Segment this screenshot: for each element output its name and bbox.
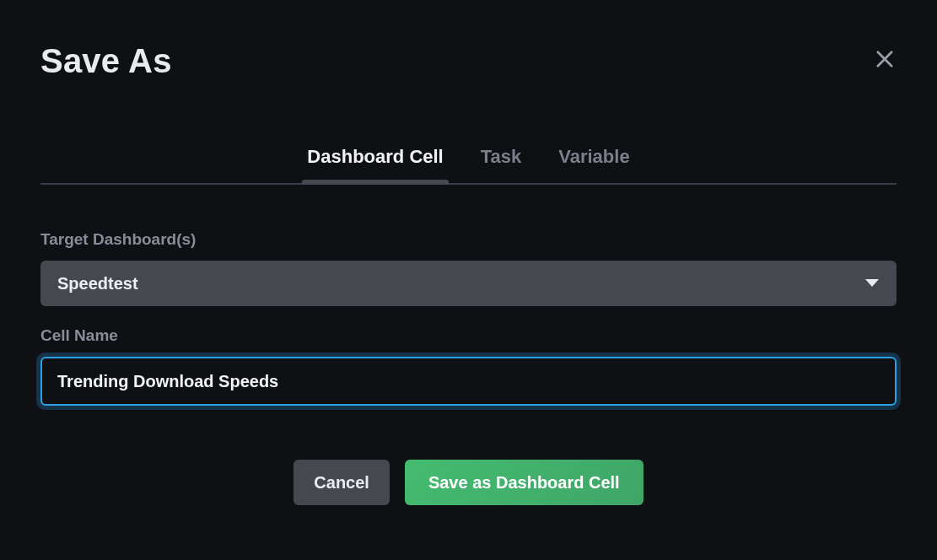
- cell-name-label: Cell Name: [40, 326, 897, 345]
- cell-name-group: Cell Name: [40, 326, 897, 406]
- cell-name-input[interactable]: [40, 357, 897, 406]
- modal-header: Save As: [40, 42, 897, 80]
- target-dashboard-select[interactable]: Speedtest: [40, 261, 897, 306]
- close-icon: [873, 47, 897, 71]
- target-dashboard-group: Target Dashboard(s) Speedtest: [40, 230, 897, 306]
- tabs: Dashboard Cell Task Variable: [40, 146, 897, 183]
- tab-dashboard-cell[interactable]: Dashboard Cell: [307, 146, 443, 183]
- close-button[interactable]: [873, 47, 897, 71]
- target-dashboard-label: Target Dashboard(s): [40, 230, 897, 249]
- save-as-modal: Save As Dashboard Cell Task Variable Tar…: [0, 0, 937, 539]
- tabs-container: Dashboard Cell Task Variable: [40, 146, 897, 185]
- tab-variable[interactable]: Variable: [558, 146, 629, 183]
- save-button[interactable]: Save as Dashboard Cell: [405, 460, 644, 505]
- modal-title: Save As: [40, 42, 172, 80]
- modal-actions: Cancel Save as Dashboard Cell: [40, 460, 897, 505]
- chevron-down-icon: [864, 278, 880, 288]
- target-dashboard-value: Speedtest: [57, 274, 138, 293]
- cancel-button[interactable]: Cancel: [293, 460, 390, 505]
- form: Target Dashboard(s) Speedtest Cell Name: [40, 230, 897, 406]
- cell-name-input-wrap: [40, 357, 897, 406]
- tab-task[interactable]: Task: [481, 146, 522, 183]
